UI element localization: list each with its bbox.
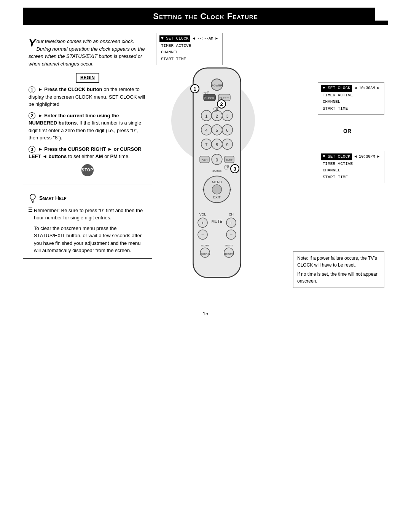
stop-icon: STOP — [81, 164, 94, 176]
svg-text:SURF: SURF — [226, 158, 233, 161]
header-box — [375, 7, 389, 21]
osd3-line1: TIMER ACTIVE — [321, 161, 381, 168]
or-label: OR — [343, 128, 351, 134]
hand-pointer-3: ☞ — [223, 161, 232, 173]
svg-text:◄: ◄ — [201, 188, 205, 192]
svg-text:1: 1 — [205, 114, 207, 118]
lines-decoration — [29, 208, 32, 212]
stop-icon-container: STOP — [29, 164, 147, 176]
step-1-bold: Press the CLOCK button — [44, 86, 102, 92]
svg-text:PICTURE: PICTURE — [224, 252, 234, 255]
intro-box: Y our television comes with an onscreen … — [23, 33, 152, 184]
step-2: 2 ► Enter the current time using the NUM… — [29, 112, 147, 142]
svg-text:4: 4 — [205, 128, 207, 133]
smart-help-label: Smart Help — [39, 194, 67, 202]
osd-screen-1: ▼ SET CLOCK ◄ --:--AM ► TIMER ACTIVE CHA… — [156, 33, 223, 65]
step-1-num: 1 — [29, 86, 35, 93]
step-3-num: 3 — [29, 146, 35, 153]
page-wrapper: Setting the Clock Feature Y our televisi… — [0, 8, 411, 316]
note-line2: If no time is set, the time will not app… — [297, 271, 380, 284]
right-panel: ▼ SET CLOCK ◄ --:--AM ► TIMER ACTIVE CHA… — [152, 33, 388, 299]
svg-text:5: 5 — [216, 128, 218, 133]
svg-text:SMART: SMART — [201, 244, 209, 247]
osd-screen-3: ▼ SET CLOCK ◄ 10:30PM ► TIMER ACTIVE CHA… — [318, 151, 384, 183]
note-box: Note: If a power failure occurs, the TV’… — [293, 251, 384, 288]
svg-point-0 — [30, 194, 35, 199]
svg-text:VOL: VOL — [199, 212, 206, 216]
smart-help-box: Smart Help Remember: Be sure to press “0… — [23, 189, 152, 259]
osd2-label: ▼ SET CLOCK — [321, 85, 352, 92]
osd-screen-2: ▼ SET CLOCK ◄ 10:30AM ► TIMER ACTIVE CHA… — [318, 82, 384, 115]
smart-help-text1: Remember: Be sure to press “0” first and… — [34, 207, 147, 222]
svg-text:8: 8 — [216, 142, 218, 147]
step-1: 1 ► Press the CLOCK button on the remote… — [29, 86, 147, 108]
step-3: 3 ► Press the CURSOR RIGHT ► or CURSOR L… — [29, 145, 147, 160]
osd3-line2: CHANNEL — [321, 167, 381, 174]
osd2-line1: TIMER ACTIVE — [321, 92, 381, 99]
svg-text:7: 7 — [205, 142, 207, 147]
smart-help-body: Remember: Be sure to press “0” first and… — [29, 207, 147, 254]
osd2-line2: CHANNEL — [321, 99, 381, 105]
svg-text:+: + — [230, 220, 233, 226]
svg-text:MUTE: MUTE — [212, 219, 223, 224]
svg-text:6: 6 — [226, 128, 228, 133]
svg-text:A/CH: A/CH — [202, 158, 207, 161]
hand-pointer-2: ☞ — [212, 104, 221, 115]
svg-text:SOUND: SOUND — [201, 252, 209, 255]
svg-text:0: 0 — [216, 158, 218, 162]
osd3-line3: START TIME — [321, 174, 381, 181]
svg-text:−: − — [201, 232, 204, 238]
osd1-label: ▼ SET CLOCK — [159, 35, 190, 42]
page-title: Setting the Clock Feature — [30, 11, 381, 21]
osd2-line3: START TIME — [321, 105, 381, 112]
svg-text:STATUS: STATUS — [212, 169, 221, 172]
svg-point-43 — [212, 185, 222, 194]
remote-step-1: 1 — [190, 84, 199, 93]
svg-text:−: − — [230, 232, 233, 238]
step-2-num: 2 — [29, 112, 35, 119]
smart-help-title: Smart Help — [29, 193, 147, 204]
smart-help-text2: To clear the onscreen menu press the STA… — [34, 225, 147, 254]
remote-control: POWER CLOCK SLEEP 1 2 3 — [179, 63, 263, 293]
osd1-line2: CHANNEL — [159, 49, 219, 56]
svg-text:SMART: SMART — [225, 244, 233, 247]
osd1-line3: START TIME — [159, 56, 219, 63]
lightbulb-icon — [29, 193, 37, 204]
note-line1: Note: If a power failure occurs, the TV’… — [297, 255, 380, 268]
svg-text:MENU: MENU — [212, 180, 222, 184]
step-3-text: to set either AM or PM time. — [68, 153, 130, 159]
page-header: Setting the Clock Feature — [23, 8, 388, 25]
page-number: 15 — [0, 311, 411, 316]
svg-text:9: 9 — [226, 142, 228, 147]
smart-help-text: Remember: Be sure to press “0” first and… — [34, 207, 147, 254]
osd3-label: ▼ SET CLOCK — [321, 153, 352, 160]
begin-label: BEGIN — [76, 73, 99, 83]
osd1-line1: TIMER ACTIVE — [159, 43, 219, 50]
big-y: Y — [29, 38, 36, 48]
svg-text:+: + — [201, 220, 204, 226]
svg-text:POWER: POWER — [212, 84, 223, 87]
svg-text:CH: CH — [229, 212, 234, 216]
intro-text: Y our television comes with an onscreen … — [29, 38, 147, 67]
svg-text:►: ► — [229, 188, 233, 192]
svg-text:EXIT: EXIT — [213, 195, 221, 199]
left-panel: Y our television comes with an onscreen … — [23, 33, 152, 299]
svg-text:3: 3 — [226, 114, 228, 118]
